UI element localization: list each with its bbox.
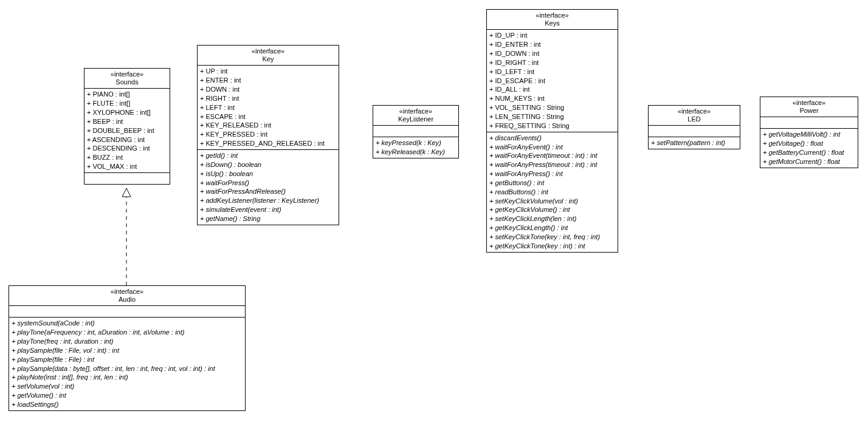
uml-member: + waitForAnyEvent(timeout : int) : int — [489, 151, 615, 160]
uml-member: + waitForPress() — [200, 178, 336, 188]
stereotype: «interface» — [652, 107, 736, 115]
interface-name: Power — [764, 107, 854, 115]
interface-power: «interface» Power + getVoltageMilliVolt(… — [760, 97, 858, 168]
uml-member: + getVoltage() : float — [763, 139, 855, 148]
uml-member: + ID_ENTER : int — [489, 40, 615, 49]
uml-member: + UP : int — [200, 67, 336, 76]
interface-name: Key — [201, 55, 335, 63]
uml-member: + KEY_PRESSED_AND_RELEASED : int — [200, 139, 336, 148]
stereotype: «interface» — [491, 12, 614, 19]
operations: + systemSound(aCode : int)+ playTone(aFr… — [9, 318, 245, 410]
interface-name: Audio — [13, 296, 241, 304]
uml-member: + PIANO : int[] — [87, 90, 167, 99]
uml-member: + DOWN : int — [200, 85, 336, 94]
interface-sounds: «interface» Sounds + PIANO : int[]+ FLUT… — [84, 68, 170, 185]
attributes: + PIANO : int[]+ FLUTE : int[]+ XYLOPHON… — [84, 89, 170, 173]
uml-member: + ASCENDING : int — [87, 135, 167, 144]
uml-member: + addKeyListener(listener : KeyListener) — [200, 196, 336, 205]
uml-member: + setPattern(pattern : int) — [651, 138, 737, 148]
uml-member: + waitForAnyEvent() : int — [489, 143, 615, 152]
uml-member: + getKeyClickTone(key : int) : int — [489, 242, 615, 251]
header: «interface» Keys — [487, 10, 618, 30]
interface-name: Sounds — [88, 78, 166, 86]
header: «interface» KeyListener — [373, 106, 458, 126]
uml-member: + getKeyClickLength() : int — [489, 223, 615, 233]
uml-member: + getName() : String — [200, 214, 336, 223]
uml-member: + ID_ESCAPE : int — [489, 76, 615, 86]
header: «interface» Audio — [9, 286, 245, 306]
uml-member: + keyReleased(k : Key) — [376, 148, 456, 157]
uml-member: + discardEvents() — [489, 134, 615, 143]
attributes-empty — [649, 126, 740, 137]
uml-member: + playTone(freq : int, duration : int) — [12, 337, 243, 346]
uml-member: + LEFT : int — [200, 103, 336, 112]
interface-led: «interface» LED + setPattern(pattern : i… — [648, 105, 740, 149]
header: «interface» LED — [649, 106, 740, 126]
operations: + setPattern(pattern : int) — [649, 137, 740, 149]
uml-member: + XYLOPHONE : int[] — [87, 108, 167, 117]
uml-member: + FREQ_SETTING : String — [489, 121, 615, 131]
uml-member: + ID_ALL : int — [489, 85, 615, 94]
uml-member: + FLUTE : int[] — [87, 99, 167, 108]
uml-member: + simulateEvent(event : int) — [200, 205, 336, 214]
uml-member: + DOUBLE_BEEP : int — [87, 126, 167, 135]
header: «interface» Sounds — [84, 69, 170, 89]
operations: + keyPressed(k : Key)+ keyReleased(k : K… — [373, 137, 458, 158]
uml-member: + BEEP : int — [87, 117, 167, 126]
uml-member: + getVolume() : int — [12, 391, 243, 400]
interface-key: «interface» Key + UP : int+ ENTER : int+… — [197, 45, 339, 225]
svg-marker-1 — [122, 188, 131, 197]
uml-member: + LEN_SETTING : String — [489, 112, 615, 121]
uml-member: + ID_LEFT : int — [489, 67, 615, 76]
uml-member: + playTone(aFrequency : int, aDuration :… — [12, 328, 243, 337]
uml-member: + getBatteryCurrent() : float — [763, 148, 855, 157]
uml-member: + BUZZ : int — [87, 153, 167, 162]
uml-member: + KEY_RELEASED : int — [200, 121, 336, 130]
uml-member: + getId() : int — [200, 151, 336, 160]
uml-member: + loadSettings() — [12, 400, 243, 409]
attributes-empty — [373, 126, 458, 137]
operations: + getId() : int+ isDown() : boolean+ isU… — [198, 150, 339, 225]
uml-member: + waitForPressAndRelease() — [200, 187, 336, 196]
uml-member: + setKeyClickLength(len : int) — [489, 214, 615, 223]
stereotype: «interface» — [201, 47, 335, 55]
operations: + getVoltageMilliVolt() : int+ getVoltag… — [760, 129, 858, 167]
attributes-empty — [9, 306, 245, 318]
uml-member: + keyPressed(k : Key) — [376, 138, 456, 148]
operations: + discardEvents()+ waitForAnyEvent() : i… — [487, 132, 618, 252]
stereotype: «interface» — [377, 107, 455, 115]
uml-member: + VOL_SETTING : String — [489, 103, 615, 112]
stereotype: «interface» — [13, 288, 241, 296]
uml-member: + isDown() : boolean — [200, 160, 336, 169]
attributes: + UP : int+ ENTER : int+ DOWN : int+ RIG… — [198, 66, 339, 150]
uml-member: + readButtons() : int — [489, 188, 615, 197]
interface-keylistener: «interface» KeyListener + keyPressed(k :… — [373, 105, 459, 158]
uml-member: + setVolume(vol : int) — [12, 382, 243, 391]
interface-name: Keys — [491, 19, 614, 27]
attributes-empty — [760, 117, 858, 129]
header: «interface» Power — [760, 97, 858, 117]
operations-empty — [84, 173, 170, 184]
uml-member: + isUp() : boolean — [200, 169, 336, 178]
uml-member: + getMotorCurrent() : float — [763, 157, 855, 166]
uml-member: + RIGHT : int — [200, 94, 336, 103]
uml-member: + ID_RIGHT : int — [489, 58, 615, 67]
uml-member: + systemSound(aCode : int) — [12, 319, 243, 328]
interface-name: LED — [652, 115, 736, 123]
uml-member: + ENTER : int — [200, 76, 336, 85]
uml-member: + getButtons() : int — [489, 178, 615, 188]
uml-member: + waitForAnyPress() : int — [489, 169, 615, 178]
uml-member: + playNote(inst : int[], freq : int, len… — [12, 373, 243, 382]
uml-member: + ESCAPE : int — [200, 112, 336, 121]
uml-member: + ID_DOWN : int — [489, 49, 615, 58]
uml-member: + getKeyClickVolume() : int — [489, 205, 615, 214]
uml-member: + playSample(file : File, vol : int) : i… — [12, 346, 243, 355]
uml-member: + KEY_PRESSED : int — [200, 130, 336, 139]
interface-audio: «interface» Audio + systemSound(aCode : … — [9, 285, 246, 411]
uml-member: + getVoltageMilliVolt() : int — [763, 130, 855, 139]
uml-member: + VOL_MAX : int — [87, 162, 167, 171]
uml-member: + DESCENDING : int — [87, 144, 167, 153]
interface-keys: «interface» Keys + ID_UP : int+ ID_ENTER… — [486, 9, 618, 253]
uml-member: + playSample(file : File) : int — [12, 355, 243, 364]
uml-member: + ID_UP : int — [489, 31, 615, 40]
